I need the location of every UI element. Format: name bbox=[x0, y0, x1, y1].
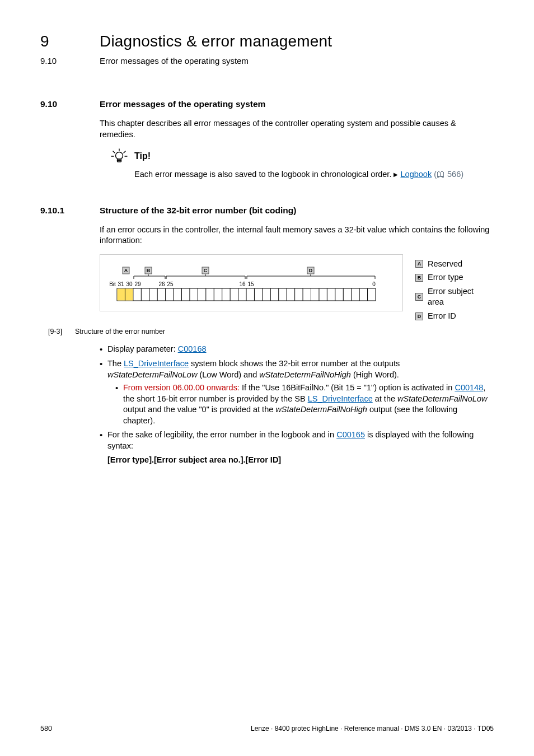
header-section-number: 9.10 bbox=[40, 55, 100, 67]
svg-text:0: 0 bbox=[372, 281, 376, 287]
svg-text:15: 15 bbox=[247, 281, 254, 287]
li2s-text-a: If the "Use 16BitFailNo." (Bit 15 = "1")… bbox=[240, 383, 455, 392]
lightbulb-icon bbox=[110, 148, 129, 165]
li2-ital-1: wStateDetermFailNoLow bbox=[107, 370, 197, 379]
c00148-link[interactable]: C00148 bbox=[455, 383, 483, 392]
list-item: The LS_DriveInterface system block shows… bbox=[100, 358, 491, 426]
c00165-link[interactable]: C00165 bbox=[336, 430, 365, 439]
svg-text:25: 25 bbox=[167, 281, 174, 287]
document-meta: Lenze · 8400 protec HighLine · Reference… bbox=[251, 724, 494, 734]
section-910-para1: This chapter describes all error message… bbox=[100, 118, 491, 140]
svg-text:16: 16 bbox=[239, 281, 246, 287]
section-910-number: 9.10 bbox=[40, 99, 100, 110]
li2-text-b: system block shows the 32-bit error numb… bbox=[189, 359, 400, 368]
ls-driveinterface-link[interactable]: LS_DriveInterface bbox=[124, 359, 189, 368]
svg-text:30: 30 bbox=[126, 281, 133, 287]
li3-text-a: For the sake of legibility, the error nu… bbox=[107, 430, 336, 439]
svg-text:26: 26 bbox=[158, 281, 165, 287]
bit-coding-figure: Bit 31 30 29 26 25 16 15 0 A bbox=[100, 254, 403, 311]
svg-text:31: 31 bbox=[118, 281, 124, 287]
li3-syntax: [Error type].[Error subject area no.].[E… bbox=[107, 455, 281, 464]
li2-text-c: (Low Word) and bbox=[197, 370, 259, 379]
section-9101-number: 9.10.1 bbox=[40, 205, 100, 217]
separator-line: _ _ _ _ _ _ _ _ _ _ _ _ _ _ _ _ _ _ _ _ … bbox=[40, 82, 494, 83]
figure-key-C: Error subject area bbox=[428, 286, 491, 308]
li1-text-a: Display parameter: bbox=[107, 344, 178, 353]
li2s-ital-1: wStateDetermFailNoLow bbox=[397, 394, 487, 403]
list-subitem: From version 06.00.00 onwards: If the "U… bbox=[115, 382, 491, 426]
svg-line-4 bbox=[113, 151, 115, 153]
li2-text-a: The bbox=[107, 359, 124, 368]
li2s-ital-2: wStateDetermFailNoHigh bbox=[275, 405, 367, 414]
tip-body-text: Each error message is also saved to the … bbox=[134, 170, 394, 179]
svg-point-0 bbox=[116, 152, 123, 160]
list-item: Display parameter: C00168 bbox=[100, 344, 491, 355]
svg-text:A: A bbox=[124, 268, 128, 273]
c00168-link[interactable]: C00168 bbox=[178, 344, 207, 353]
li2s-version-note: From version 06.00.00 onwards: bbox=[123, 383, 240, 392]
figure-key-B: Error type bbox=[428, 272, 463, 283]
figure-key-D: Error ID bbox=[428, 311, 456, 322]
svg-text:Bit: Bit bbox=[109, 281, 116, 287]
svg-text:C: C bbox=[204, 268, 208, 273]
header-section-title: Error messages of the operating system bbox=[100, 55, 249, 67]
figure-caption-text: Structure of the error number bbox=[75, 327, 165, 337]
svg-text:D: D bbox=[309, 268, 313, 273]
figure-key: AReserved BError type CError subject are… bbox=[403, 254, 491, 325]
svg-text:B: B bbox=[147, 268, 151, 273]
section-910-title: Error messages of the operating system bbox=[100, 99, 265, 110]
tip-label: Tip! bbox=[134, 150, 151, 162]
ls-driveinterface-link-2[interactable]: LS_DriveInterface bbox=[308, 394, 373, 403]
section-9101-para1: If an error occurs in the controller, th… bbox=[100, 225, 491, 246]
svg-text:29: 29 bbox=[134, 281, 141, 287]
li2s-text-d: output and the value "0" is provided at … bbox=[123, 405, 275, 414]
li2-ital-2: wStateDetermFailNoHigh bbox=[259, 370, 351, 379]
list-item: For the sake of legibility, the error nu… bbox=[100, 430, 491, 466]
tip-page-reference: (🕮 566) bbox=[434, 170, 463, 179]
logbook-link[interactable]: Logbook bbox=[401, 170, 432, 179]
chapter-title: Diagnostics & error management bbox=[100, 31, 332, 52]
chapter-number: 9 bbox=[40, 31, 100, 52]
tip-body: Each error message is also saved to the … bbox=[134, 169, 491, 180]
li2s-text-c: at the bbox=[373, 394, 397, 403]
arrow-icon: ▶ bbox=[394, 171, 398, 178]
svg-line-5 bbox=[124, 151, 125, 153]
page-number: 580 bbox=[40, 724, 52, 734]
section-9101-title: Structure of the 32-bit error number (bi… bbox=[100, 205, 296, 217]
li2-text-d: (High Word). bbox=[351, 370, 399, 379]
figure-caption-number: [9-3] bbox=[48, 327, 75, 337]
figure-key-A: Reserved bbox=[428, 259, 462, 270]
